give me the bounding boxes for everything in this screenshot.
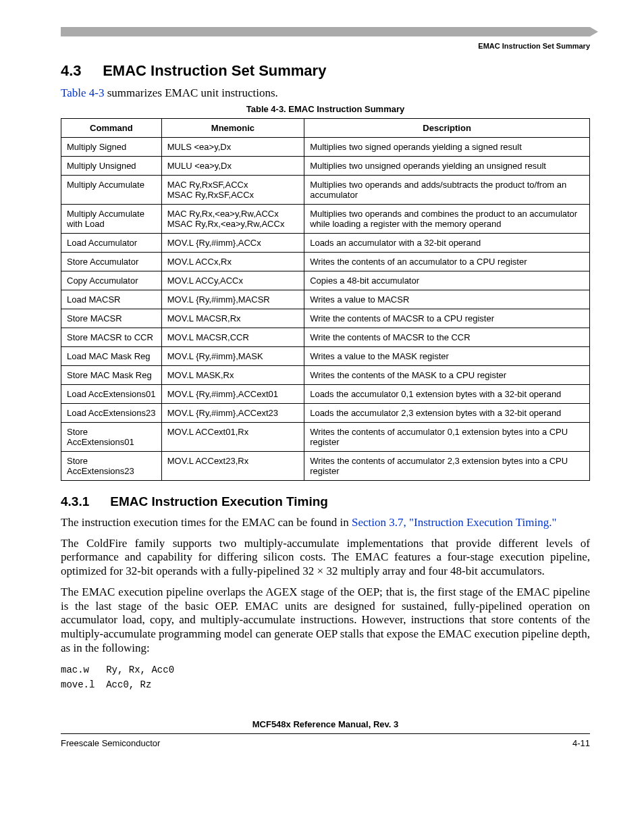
- cell-command: Store MAC Mask Reg: [61, 366, 162, 385]
- header-rule: [61, 27, 590, 36]
- section-heading: 4.3 EMAC Instruction Set Summary: [61, 62, 590, 80]
- para-timing-ref: The instruction execution times for the …: [61, 516, 590, 530]
- cell-description: Multiplies two operands and combines the…: [304, 205, 590, 234]
- cell-mnemonic: MAC Ry,RxSF,ACCxMSAC Ry,RxSF,ACCx: [161, 176, 304, 205]
- cell-mnemonic: MOV.L {Ry,#imm},ACCext01: [161, 385, 304, 404]
- para-coldfire: The ColdFire family supports two multipl…: [61, 537, 590, 579]
- cell-description: Loads the accumulator 2,3 extension byte…: [304, 404, 590, 423]
- cell-description: Multiplies two signed operands yielding …: [304, 138, 590, 157]
- table-row: Store MAC Mask RegMOV.L MASK,RxWrites th…: [61, 366, 590, 385]
- table-ref-link[interactable]: Table 4-3: [61, 86, 104, 99]
- cell-description: Writes a value to MACSR: [304, 290, 590, 309]
- table-row: Load MACSRMOV.L {Ry,#imm},MACSRWrites a …: [61, 290, 590, 309]
- instruction-table: Command Mnemonic Description Multiply Si…: [61, 118, 590, 481]
- cell-command: Store AccExtensions01: [61, 423, 162, 452]
- cell-command: Load AccExtensions23: [61, 404, 162, 423]
- table-row: Load AccExtensions23MOV.L {Ry,#imm},ACCe…: [61, 404, 590, 423]
- table-row: Load AccumulatorMOV.L {Ry,#imm},ACCxLoad…: [61, 234, 590, 253]
- cell-description: Loads an accumulator with a 32-bit opera…: [304, 234, 590, 253]
- cell-description: Multiplies two unsigned operands yieldin…: [304, 157, 590, 176]
- col-mnemonic: Mnemonic: [161, 119, 304, 138]
- table-caption: Table 4-3. EMAC Instruction Summary: [61, 104, 590, 114]
- section-ref-link[interactable]: Section 3.7, "Instruction Execution Timi…: [352, 516, 556, 529]
- table-row: Store MACSR to CCRMOV.L MACSR,CCRWrite t…: [61, 328, 590, 347]
- cell-description: Write the contents of MACSR to the CCR: [304, 328, 590, 347]
- table-row: Copy AccumulatorMOV.L ACCy,ACCxCopies a …: [61, 271, 590, 290]
- cell-description: Writes a value to the MASK register: [304, 347, 590, 366]
- cell-command: Multiply Signed: [61, 138, 162, 157]
- cell-mnemonic: MULU <ea>y,Dx: [161, 157, 304, 176]
- footer-manual-title: MCF548x Reference Manual, Rev. 3: [61, 719, 590, 729]
- cell-command: Load MAC Mask Reg: [61, 347, 162, 366]
- cell-description: Multiplies two operands and adds/subtrac…: [304, 176, 590, 205]
- intro-rest: summarizes EMAC unit instructions.: [104, 86, 277, 99]
- cell-description: Write the contents of MACSR to a CPU reg…: [304, 309, 590, 328]
- running-head: EMAC Instruction Set Summary: [61, 42, 590, 50]
- cell-description: Writes the contents of an accumulator to…: [304, 253, 590, 271]
- subsection-title: EMAC Instruction Execution Timing: [110, 494, 328, 509]
- section-title: EMAC Instruction Set Summary: [103, 62, 326, 79]
- cell-command: Load Accumulator: [61, 234, 162, 253]
- cell-mnemonic: MOV.L ACCy,ACCx: [161, 271, 304, 290]
- section-number: 4.3: [61, 62, 99, 80]
- cell-command: Multiply Accumulate with Load: [61, 205, 162, 234]
- table-header-row: Command Mnemonic Description: [61, 119, 590, 138]
- para-pipeline: The EMAC execution pipeline overlaps the…: [61, 585, 590, 656]
- cell-description: Copies a 48-bit accumulator: [304, 271, 590, 290]
- cell-mnemonic: MAC Ry,Rx,<ea>y,Rw,ACCxMSAC Ry,Rx,<ea>y,…: [161, 205, 304, 234]
- cell-mnemonic: MOV.L {Ry,#imm},MASK: [161, 347, 304, 366]
- table-row: Store AccumulatorMOV.L ACCx,RxWrites the…: [61, 253, 590, 271]
- table-row: Store MACSRMOV.L MACSR,RxWrite the conte…: [61, 309, 590, 328]
- cell-command: Load MACSR: [61, 290, 162, 309]
- cell-description: Writes the contents of accumulator 0,1 e…: [304, 423, 590, 452]
- cell-description: Writes the contents of the MASK to a CPU…: [304, 366, 590, 385]
- col-command: Command: [61, 119, 162, 138]
- cell-mnemonic: MOV.L ACCext01,Rx: [161, 423, 304, 452]
- cell-mnemonic: MOV.L {Ry,#imm},MACSR: [161, 290, 304, 309]
- cell-mnemonic: MOV.L ACCext23,Rx: [161, 452, 304, 481]
- table-row: Multiply Accumulate with LoadMAC Ry,Rx,<…: [61, 205, 590, 234]
- cell-mnemonic: MOV.L {Ry,#imm},ACCx: [161, 234, 304, 253]
- table-row: Load AccExtensions01MOV.L {Ry,#imm},ACCe…: [61, 385, 590, 404]
- cell-command: Store Accumulator: [61, 253, 162, 271]
- cell-command: Load AccExtensions01: [61, 385, 162, 404]
- footer-row: Freescale Semiconductor 4-11: [61, 733, 590, 748]
- subsection-number: 4.3.1: [61, 494, 107, 509]
- cell-mnemonic: MOV.L MACSR,CCR: [161, 328, 304, 347]
- cell-command: Store MACSR: [61, 309, 162, 328]
- table-row: Load MAC Mask RegMOV.L {Ry,#imm},MASKWri…: [61, 347, 590, 366]
- cell-command: Store AccExtensions23: [61, 452, 162, 481]
- cell-command: Multiply Accumulate: [61, 176, 162, 205]
- table-row: Store AccExtensions01MOV.L ACCext01,RxWr…: [61, 423, 590, 452]
- cell-command: Copy Accumulator: [61, 271, 162, 290]
- col-description: Description: [304, 119, 590, 138]
- cell-mnemonic: MOV.L ACCx,Rx: [161, 253, 304, 271]
- cell-command: Multiply Unsigned: [61, 157, 162, 176]
- table-row: Multiply SignedMULS <ea>y,DxMultiplies t…: [61, 138, 590, 157]
- footer-left: Freescale Semiconductor: [61, 738, 160, 748]
- cell-mnemonic: MULS <ea>y,Dx: [161, 138, 304, 157]
- para1-prefix: The instruction execution times for the …: [61, 516, 352, 529]
- cell-mnemonic: MOV.L MASK,Rx: [161, 366, 304, 385]
- cell-mnemonic: MOV.L MACSR,Rx: [161, 309, 304, 328]
- code-example: mac.w Ry, Rx, Acc0 move.l Acc0, Rz: [61, 662, 590, 693]
- cell-description: Loads the accumulator 0,1 extension byte…: [304, 385, 590, 404]
- section-intro: Table 4-3 summarizes EMAC unit instructi…: [61, 86, 590, 100]
- table-row: Store AccExtensions23MOV.L ACCext23,RxWr…: [61, 452, 590, 481]
- subsection-heading: 4.3.1 EMAC Instruction Execution Timing: [61, 494, 590, 509]
- table-row: Multiply AccumulateMAC Ry,RxSF,ACCxMSAC …: [61, 176, 590, 205]
- cell-command: Store MACSR to CCR: [61, 328, 162, 347]
- cell-description: Writes the contents of accumulator 2,3 e…: [304, 452, 590, 481]
- table-row: Multiply UnsignedMULU <ea>y,DxMultiplies…: [61, 157, 590, 176]
- footer-right: 4-11: [572, 738, 590, 748]
- cell-mnemonic: MOV.L {Ry,#imm},ACCext23: [161, 404, 304, 423]
